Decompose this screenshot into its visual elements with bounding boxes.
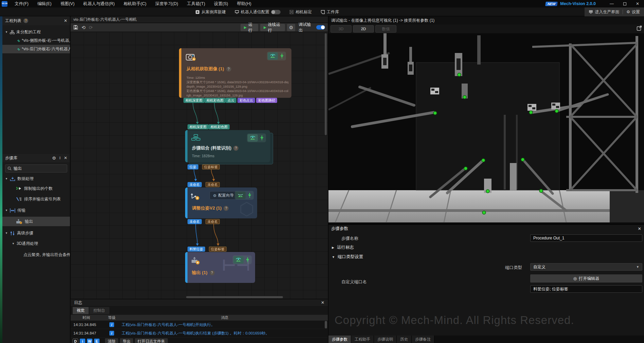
eye-icon[interactable] — [233, 256, 244, 264]
robot-comm-config-button[interactable]: 机器人通信配置 — [235, 9, 281, 15]
tab-project-assistant[interactable]: 工程助手 — [351, 336, 374, 343]
open-external-icon[interactable] — [637, 25, 642, 32]
log-open-folder-button[interactable]: 打开日志文件夹 — [135, 338, 168, 343]
port-tag-unnamed[interactable]: 未命名 — [205, 182, 220, 187]
tab-step-notes[interactable]: 步骤备注 — [412, 336, 434, 343]
port-tag-in-depth[interactable]: 相机深度图 — [187, 124, 209, 129]
tab-history[interactable]: 历史 — [397, 336, 412, 343]
log-tab-console[interactable]: 控制台 — [89, 307, 109, 314]
download-arrow-icon[interactable] — [258, 134, 265, 142]
eye-icon[interactable] — [248, 134, 258, 142]
viewer-tab-numeric[interactable]: 数值 — [375, 25, 396, 33]
run-settings-button[interactable]: ⚙ — [287, 24, 296, 31]
port-tag-in-color[interactable]: 相机彩色图 — [209, 124, 230, 129]
horizontal-scrollbar[interactable] — [186, 296, 283, 298]
port-tag-pose[interactable]: 位姿 — [187, 164, 198, 169]
viewer-tab-2d[interactable]: 2D — [353, 25, 374, 33]
step-subcat-3d-general[interactable]: ▼ 3D通用处理 — [2, 239, 70, 248]
help-icon[interactable]: ? — [223, 206, 229, 211]
eye-closed-icon[interactable] — [235, 192, 246, 199]
project-item-1[interactable]: ∿ *vis-侧围外板-右-一号机器人-二号... — [2, 36, 70, 45]
node-output[interactable]: ⊢⊣ ★ 输出 (1) ? — [185, 252, 255, 283]
step-search-input[interactable]: 输出 — [5, 164, 67, 173]
tab-step-parameters[interactable]: 步骤参数 — [328, 336, 351, 343]
step-item-limit-output[interactable]: 限制输出的个数 — [2, 184, 70, 193]
download-arrow-icon[interactable] — [246, 192, 253, 199]
node-adjust-poses[interactable]: ⬡ ★ ⚙ 配置向导 调整位姿V2 (1) ? — [185, 187, 257, 218]
close-button[interactable]: ✕ — [631, 0, 644, 7]
menu-toolbox[interactable]: 工具箱(T) — [182, 0, 209, 7]
log-filter-debug[interactable]: D — [73, 339, 78, 343]
port-tag-pose-label[interactable]: 位姿标签 — [202, 164, 220, 169]
port-tag-camera-color[interactable]: 相机彩色图 — [204, 98, 226, 103]
port-tag-unnamed[interactable]: 未命名 — [187, 182, 202, 187]
maximize-button[interactable] — [618, 0, 631, 7]
port-tag-unnamed[interactable]: 未命名 — [187, 219, 202, 224]
menu-robot-comm[interactable]: 机器人与通信(R) — [79, 0, 119, 7]
help-icon[interactable]: ? — [210, 270, 215, 275]
enter-production-button[interactable]: 进入生产界面 — [589, 9, 619, 15]
log-filter-warning[interactable]: W — [87, 339, 92, 343]
help-icon[interactable]: ? — [23, 18, 28, 23]
port-tag-camera-depth[interactable]: 相机深度图 — [183, 98, 204, 103]
log-clear-button[interactable]: 清除 — [105, 338, 118, 343]
redo-icon[interactable]: ⟳ — [89, 25, 93, 30]
port-type-dropdown[interactable]: 自定义 ▼ — [530, 263, 642, 271]
project-item-2-selected[interactable]: ∿ *vis-后门外板右-六号机器人-一号... — [2, 45, 70, 53]
settings-button[interactable]: ⚙ 设置 — [626, 9, 640, 15]
step-name-input[interactable]: Procedure Out_1 — [530, 234, 642, 242]
config-wizard-button[interactable]: ⚙ 配置向导 — [210, 191, 237, 200]
log-filter-info[interactable]: i — [80, 339, 85, 343]
port-tag-unnamed[interactable]: 未命名 — [205, 219, 220, 224]
pin-icon[interactable]: I — [59, 156, 60, 160]
custom-port-input[interactable]: 料筐位姿; 位姿标签 — [530, 285, 642, 293]
vertical-scrollbar[interactable] — [325, 33, 327, 135]
help-icon[interactable]: ? — [226, 67, 231, 72]
run-button[interactable]: ▶ 运行 — [240, 24, 258, 31]
log-filter-error[interactable]: E — [94, 339, 100, 343]
section-port-type[interactable]: ▼ 端口类型设置 — [332, 254, 363, 260]
undo-icon[interactable]: ⟲ — [82, 25, 86, 30]
port-tag-pose-label[interactable]: 位姿标签 — [209, 247, 227, 252]
camera-calibration-button[interactable]: 相机标定 — [289, 9, 312, 15]
step-cat-transfer[interactable]: ▼ 传输 — [2, 206, 70, 215]
step-cat-data-processing[interactable]: ▼ 数据处理 — [2, 175, 70, 183]
step-item-output-selected[interactable]: 输出 — [2, 217, 70, 226]
menu-file[interactable]: 文件(F) — [10, 0, 33, 7]
step-item-pointcloud-cluster[interactable]: 点云聚类, 并输出符合条件的... — [2, 251, 70, 259]
project-group-unassigned[interactable]: ▼ 未分配的工程 — [2, 28, 70, 36]
close-icon[interactable]: ✕ — [321, 300, 324, 305]
chevron-down-icon[interactable]: ▼ — [5, 31, 8, 34]
port-tag-color-cloud[interactable]: 彩色点云 — [237, 98, 255, 103]
port-tag-basket-pose[interactable]: 料筐位姿 — [187, 247, 205, 252]
menu-edit[interactable]: 编辑(E) — [33, 0, 56, 7]
help-icon[interactable]: ? — [233, 146, 238, 151]
menu-settings[interactable]: 设置(S) — [210, 0, 233, 7]
step-item-sort-output[interactable]: 排序并输出索引列表 — [2, 195, 70, 203]
port-tag-color-path[interactable]: 彩色图路径 — [256, 98, 277, 103]
debug-output-toggle[interactable] — [316, 25, 325, 30]
close-icon[interactable]: ✕ — [638, 226, 641, 231]
section-run-flags[interactable]: ▶ 运行标志 — [332, 245, 354, 250]
download-arrow-icon[interactable] — [244, 256, 251, 264]
workpiece-library-button[interactable]: 工件库 — [321, 9, 339, 15]
robot-comm-toggle[interactable] — [271, 10, 281, 14]
chevron-down-icon[interactable]: ▼ — [5, 232, 8, 235]
close-icon[interactable]: ✕ — [64, 156, 67, 160]
tab-step-description[interactable]: 步骤说明 — [374, 336, 397, 343]
step-cat-advanced[interactable]: ▼ 高级步骤 — [2, 229, 70, 237]
log-scrollbar[interactable] — [325, 321, 327, 328]
new-from-case-button[interactable]: 从案例库新建 — [195, 9, 226, 15]
save-icon[interactable] — [73, 25, 78, 30]
log-export-button[interactable]: 导出 — [120, 338, 133, 343]
close-icon[interactable]: ✕ — [64, 18, 67, 23]
menu-deep-learning[interactable]: 深度学习(D) — [151, 0, 182, 7]
open-editor-button[interactable]: ◎ 打开编辑器 — [530, 274, 642, 283]
chevron-down-icon[interactable]: ▼ — [12, 242, 15, 245]
eye-icon[interactable] — [268, 52, 278, 60]
menu-help[interactable]: 帮助(H) — [233, 0, 256, 7]
download-arrow-icon[interactable] — [279, 52, 285, 60]
canvas-tab-title[interactable]: vis-后门外板右-六号机器人-一号相机 — [73, 17, 137, 22]
gear-icon[interactable]: ⚙ — [52, 156, 56, 161]
node-procedure-group[interactable]: 步骤组合 (料筐识别) ? Time: 1828ms — [185, 130, 270, 162]
